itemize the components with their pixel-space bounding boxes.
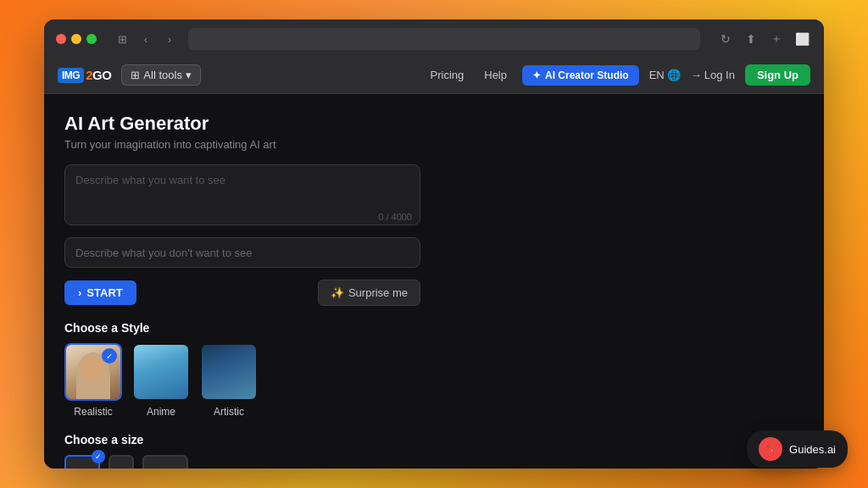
all-tools-label: All tools xyxy=(143,69,182,81)
anime-thumbnail xyxy=(134,345,188,399)
language-button[interactable]: EN 🌐 xyxy=(649,69,681,81)
actions-row: › START ✨ Surprise me xyxy=(64,280,420,306)
sparkle-icon: ✦ xyxy=(532,69,541,81)
chevron-down-icon: ▾ xyxy=(186,69,192,81)
size-check-1-1: ✓ xyxy=(92,450,105,463)
sidebar-icon[interactable]: ⬜ xyxy=(792,29,812,49)
guides-icon: 🔖 xyxy=(759,437,782,461)
logo-go: GO xyxy=(92,68,111,82)
lang-label: EN xyxy=(649,69,665,81)
traffic-light-green[interactable] xyxy=(86,34,97,44)
logo-2: 2 xyxy=(86,68,92,82)
tab-grid-icon[interactable]: ⊞ xyxy=(112,29,132,49)
style-thumb-anime xyxy=(132,343,190,401)
style-thumb-realistic: ✓ xyxy=(64,343,122,401)
style-label-realistic: Realistic xyxy=(74,406,112,418)
start-label: START xyxy=(86,286,122,299)
positive-prompt-input[interactable] xyxy=(64,164,420,225)
login-icon: → xyxy=(691,69,702,81)
start-arrow-icon: › xyxy=(78,286,81,299)
size-thumb-9-16 xyxy=(108,455,134,469)
style-label-artistic: Artistic xyxy=(214,406,244,418)
main-content: AI Art Generator Turn your imagination i… xyxy=(44,94,824,469)
new-tab-icon[interactable]: ＋ xyxy=(766,29,787,49)
size-item-9-16[interactable]: 9:16 xyxy=(108,455,134,469)
style-item-anime[interactable]: Anime xyxy=(132,343,190,418)
browser-window: ⊞ ‹ › ↻ ⬆ ＋ ⬜ IMG2GO ⊞ All tools ▾ Prici xyxy=(44,19,824,469)
ai-creator-button[interactable]: ✦ AI Creator Studio xyxy=(522,65,639,86)
traffic-light-yellow[interactable] xyxy=(71,34,81,44)
size-item-16-9[interactable]: 16:9 xyxy=(142,455,188,469)
address-bar[interactable] xyxy=(188,28,700,50)
logo-img: IMG xyxy=(58,68,84,83)
artistic-thumbnail xyxy=(202,345,256,399)
style-label-anime: Anime xyxy=(147,406,175,418)
traffic-light-red[interactable] xyxy=(56,34,66,44)
prompt-wrapper: 0 / 4000 xyxy=(64,164,420,229)
magic-icon: ✨ xyxy=(331,286,344,299)
logo[interactable]: IMG2GO xyxy=(58,68,111,83)
size-item-1-1[interactable]: ✓ 1:1 xyxy=(64,455,100,469)
size-grid: ✓ 1:1 9:16 16:9 xyxy=(64,455,804,469)
all-tools-button[interactable]: ⊞ All tools ▾ xyxy=(121,64,201,86)
forward-button[interactable]: › xyxy=(159,29,180,49)
browser-nav-icons: ⊞ ‹ › xyxy=(112,29,180,49)
site-navbar: IMG2GO ⊞ All tools ▾ Pricing Help ✦ AI C… xyxy=(44,57,824,94)
page-subtitle: Turn your imagination into captivating A… xyxy=(64,138,804,151)
start-button[interactable]: › START xyxy=(64,280,136,305)
style-item-artistic[interactable]: Artistic xyxy=(200,343,258,418)
refresh-icon[interactable]: ↻ xyxy=(715,29,736,49)
browser-actions: ↻ ⬆ ＋ ⬜ xyxy=(715,29,812,49)
style-thumb-artistic xyxy=(200,343,258,401)
size-thumb-16-9 xyxy=(142,455,188,469)
style-check-realistic: ✓ xyxy=(102,348,117,363)
traffic-lights xyxy=(56,34,97,44)
char-count: 0 / 4000 xyxy=(378,212,412,222)
share-icon[interactable]: ⬆ xyxy=(741,29,761,49)
browser-titlebar: ⊞ ‹ › ↻ ⬆ ＋ ⬜ xyxy=(56,28,812,50)
back-button[interactable]: ‹ xyxy=(136,29,156,49)
guides-label: Guides.ai xyxy=(789,443,836,456)
grid-icon: ⊞ xyxy=(131,69,140,81)
negative-prompt-placeholder: Describe what you don't want to see xyxy=(75,247,252,259)
globe-icon: 🌐 xyxy=(667,69,681,81)
style-item-realistic[interactable]: ✓ Realistic xyxy=(64,343,122,418)
guides-widget[interactable]: 🔖 Guides.ai xyxy=(747,430,848,468)
browser-chrome: ⊞ ‹ › ↻ ⬆ ＋ ⬜ xyxy=(44,19,824,57)
pricing-link[interactable]: Pricing xyxy=(426,69,470,81)
login-label: Log In xyxy=(704,69,735,81)
ai-creator-label: AI Creator Studio xyxy=(545,69,629,81)
page-title: AI Art Generator xyxy=(64,113,804,135)
choose-size-title: Choose a size xyxy=(64,433,804,446)
choose-style-title: Choose a Style xyxy=(64,321,804,335)
surprise-button[interactable]: ✨ Surprise me xyxy=(318,280,420,306)
login-button[interactable]: → Log In xyxy=(691,69,735,81)
help-link[interactable]: Help xyxy=(479,69,512,81)
surprise-label: Surprise me xyxy=(348,286,408,299)
size-thumb-1-1: ✓ xyxy=(64,455,100,469)
style-grid: ✓ Realistic Anime Artistic xyxy=(64,343,804,418)
signup-button[interactable]: Sign Up xyxy=(745,64,810,86)
negative-prompt-input[interactable]: Describe what you don't want to see xyxy=(64,237,420,268)
